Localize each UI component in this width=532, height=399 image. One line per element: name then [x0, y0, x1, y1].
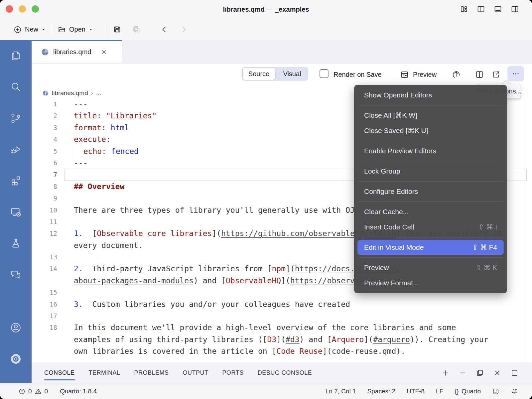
menu-separator [359, 257, 502, 258]
panel-tab-output[interactable]: OUTPUT [183, 362, 208, 383]
panel-tab-debug-console[interactable]: DEBUG CONSOLE [258, 362, 312, 383]
indentation[interactable]: Spaces: 2 [367, 388, 396, 395]
sidebar-item-source-control[interactable] [0, 102, 32, 134]
error-count: 0 [28, 388, 32, 395]
feedback-smiley-icon[interactable] [492, 388, 499, 395]
code-text: ## Overview [57, 181, 124, 193]
menu-item-preview[interactable]: Preview⇧ ⌘ K [354, 260, 507, 275]
panel-tab-console[interactable]: CONSOLE [44, 362, 75, 383]
remote-console-icon [10, 206, 22, 218]
menu-item-edit-in-visual-mode[interactable]: Edit in Visual Mode⇧ ⌘ F4 [357, 240, 504, 255]
testing-icon [10, 237, 22, 249]
split-right-icon[interactable] [510, 5, 519, 14]
line-number: 5 [32, 146, 57, 157]
sidebar-item-explorer[interactable] [0, 40, 32, 71]
menu-item-insert-code-cell[interactable]: Insert Code Cell⇧ ⌘ I [354, 219, 507, 235]
comments-icon [10, 268, 22, 281]
code-line[interactable]: examples of using third-party libraries … [32, 334, 532, 345]
code-text [57, 310, 74, 322]
menu-item-label: Insert Code Cell [364, 223, 414, 231]
publish-icon[interactable] [452, 70, 461, 79]
new-button[interactable]: New [13, 19, 46, 40]
menu-item-shortcut: ⇧ ⌘ I [478, 219, 497, 235]
panel-bottom-icon[interactable] [493, 5, 502, 14]
panel-tab-ports[interactable]: PORTS [222, 362, 244, 383]
save-button[interactable] [112, 25, 122, 34]
sidebar-item-settings[interactable] [0, 343, 32, 374]
line-number: 12 [32, 228, 57, 239]
menu-item-show-opened-editors[interactable]: Show Opened Editors [354, 87, 507, 103]
menu-item-configure-editors[interactable]: Configure Editors [354, 184, 507, 199]
sidebar-item-run-and-debug[interactable] [0, 134, 32, 165]
save-all-button[interactable] [132, 25, 141, 34]
line-number: 17 [32, 310, 57, 322]
render-on-save-checkbox[interactable] [320, 69, 329, 78]
visual-mode-button[interactable]: Visual [276, 67, 308, 81]
line-number: 18 [32, 322, 57, 333]
menu-item-label: Show Opened Editors [364, 91, 432, 99]
cursor-position[interactable]: Ln 7, Col 1 [326, 388, 356, 395]
eol-sequence[interactable]: LF [436, 388, 443, 395]
menu-separator [359, 105, 502, 105]
menu-item-close-saved-k-u[interactable]: Close Saved [⌘K U] [354, 123, 507, 138]
menu-item-preview-format[interactable]: Preview Format... [354, 275, 507, 291]
line-number: 7 [32, 169, 57, 181]
encoding[interactable]: UTF-8 [407, 388, 425, 395]
open-external-icon[interactable] [491, 70, 501, 79]
plus-icon[interactable] [441, 369, 450, 377]
line-number: 2 [32, 110, 57, 122]
problems-indicator[interactable]: 0 0 [18, 388, 48, 395]
minus-icon[interactable] [459, 369, 467, 377]
line-number: 6 [32, 157, 57, 169]
close-tab-icon[interactable] [100, 49, 107, 56]
sidebar-item-extensions[interactable] [0, 165, 32, 196]
code-text: There are three types of library you'll … [57, 204, 364, 216]
sidebar-item-remote-console[interactable] [0, 196, 32, 227]
code-line[interactable]: 17 [32, 310, 532, 322]
more-actions-button[interactable] [507, 66, 524, 81]
panel-tab-terminal[interactable]: TERMINAL [89, 362, 120, 383]
breadcrumb-file[interactable]: libraries.qmd [52, 89, 88, 97]
sidebar-item-testing[interactable] [0, 227, 32, 259]
menu-item-enable-preview-editors[interactable]: Enable Preview Editors [354, 143, 507, 159]
menu-separator [359, 201, 502, 202]
notifications-bell-icon[interactable] [511, 388, 518, 395]
menu-item-close-all-k-w[interactable]: Close All [⌘K W] [354, 108, 507, 123]
split-editor-icon[interactable] [475, 70, 484, 79]
panel-tab-problems[interactable]: PROBLEMS [134, 362, 169, 383]
customize-layout-icon[interactable] [460, 5, 468, 14]
warning-icon [35, 388, 42, 395]
editor-toolbar: Source Visual Render on Save Preview [32, 64, 532, 86]
source-mode-button[interactable]: Source [242, 67, 275, 80]
forward-button[interactable] [179, 25, 189, 34]
breadcrumb[interactable]: libraries.qmd › ... [42, 87, 101, 99]
split-left-icon[interactable] [476, 5, 485, 14]
restore-icon[interactable] [476, 369, 484, 377]
quarto-version[interactable]: Quarto: 1.8.4 [60, 388, 97, 395]
sidebar-item-search[interactable] [0, 71, 32, 102]
menu-item-clear-cache[interactable]: Clear Cache... [354, 204, 507, 219]
source-control-icon [10, 112, 22, 124]
code-text: execute: [57, 134, 111, 145]
menu-item-label: Close All [⌘K W] [364, 111, 417, 119]
code-line[interactable]: 18In this document we'll provide a high-… [32, 322, 532, 333]
breadcrumb-more[interactable]: ... [96, 89, 101, 97]
sidebar-item-comments[interactable] [0, 259, 32, 290]
editor-actions-menu: Show Opened EditorsClose All [⌘K W]Close… [354, 85, 507, 293]
close-icon[interactable] [493, 369, 501, 377]
code-text: title: "Libraries" [57, 110, 157, 122]
line-number: 9 [32, 193, 57, 204]
open-button[interactable]: Open [58, 19, 93, 40]
language-mode[interactable]: {} Quarto [455, 388, 481, 395]
sidebar-item-account[interactable] [0, 312, 32, 343]
code-text: examples of using third-party libraries … [57, 334, 488, 345]
explorer-icon [10, 50, 22, 62]
preview-button[interactable]: Preview [400, 64, 437, 85]
maximize-icon[interactable] [510, 369, 519, 377]
back-button[interactable] [160, 25, 169, 34]
line-number: 8 [32, 181, 57, 193]
code-line[interactable]: 163. Custom libraries you and/or your co… [32, 299, 532, 310]
code-line[interactable]: own libraries is covered in the article … [32, 345, 532, 357]
menu-item-lock-group[interactable]: Lock Group [354, 164, 507, 179]
tab-libraries-qmd[interactable]: libraries.qmd [32, 40, 122, 63]
